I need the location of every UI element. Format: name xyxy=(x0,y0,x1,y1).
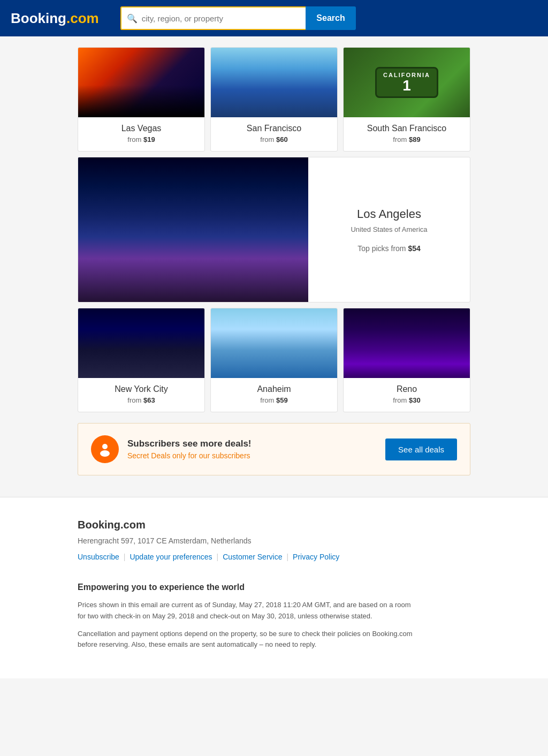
city-grid-top: Las Vegas from $19 San Francisco from $6… xyxy=(78,47,470,152)
price-value: $19 xyxy=(143,135,155,143)
deals-icon xyxy=(91,435,119,463)
city-card-los-angeles[interactable]: Los Angeles United States of America Top… xyxy=(78,157,470,303)
city-image-california: CALIFORNIA 1 xyxy=(344,48,470,117)
city-image-los-angeles xyxy=(78,157,308,302)
person-icon xyxy=(97,442,112,457)
city-country-los-angeles: United States of America xyxy=(351,225,427,233)
main-content: Las Vegas from $19 San Francisco from $6… xyxy=(0,36,548,497)
search-input[interactable] xyxy=(142,14,301,23)
price-value: $63 xyxy=(143,396,155,404)
city-info-reno: Reno from $30 xyxy=(344,378,470,412)
price-prefix: from xyxy=(127,135,141,143)
city-card-anaheim[interactable]: Anaheim from $59 xyxy=(210,308,338,412)
city-price-los-angeles: Top picks from $54 xyxy=(357,244,421,253)
footer-link-sep-1: | xyxy=(124,553,126,561)
footer: Booking.com Herengracht 597, 1017 CE Ams… xyxy=(0,497,548,678)
city-price-san-francisco: from $60 xyxy=(216,135,332,143)
city-image-san-francisco xyxy=(211,48,337,117)
footer-link-privacy[interactable]: Privacy Policy xyxy=(293,553,339,561)
california-number: 1 xyxy=(383,78,430,93)
footer-disclaimer-1: Prices shown in this email are current a… xyxy=(78,600,420,622)
city-card-south-sf[interactable]: CALIFORNIA 1 South San Francisco from $8… xyxy=(343,47,470,152)
deals-subtitle: Secret Deals only for our subscribers xyxy=(127,451,377,460)
city-name-san-francisco: San Francisco xyxy=(216,124,332,133)
city-name-las-vegas: Las Vegas xyxy=(83,124,199,133)
city-card-new-york[interactable]: New York City from $63 xyxy=(78,308,205,412)
city-card-reno[interactable]: Reno from $30 xyxy=(343,308,470,412)
city-name-reno: Reno xyxy=(349,384,465,394)
city-price-reno: from $30 xyxy=(349,396,465,404)
city-info-nyc: New York City from $63 xyxy=(78,378,204,412)
see-all-deals-button[interactable]: See all deals xyxy=(385,439,457,460)
search-input-wrapper: 🔍 xyxy=(120,6,306,30)
city-image-las-vegas xyxy=(78,48,204,117)
footer-tagline: Empowering you to experience the world xyxy=(78,583,470,592)
footer-link-customer-service[interactable]: Customer Service xyxy=(223,553,282,561)
header: Booking.com 🔍 Search xyxy=(0,0,548,36)
city-info-south-sf: South San Francisco from $89 xyxy=(344,117,470,151)
footer-disclaimer-2: Cancellation and payment options depend … xyxy=(78,629,420,651)
city-name-anaheim: Anaheim xyxy=(216,384,332,394)
price-prefix: from xyxy=(260,135,274,143)
svg-point-1 xyxy=(100,450,110,457)
price-prefix: from xyxy=(260,396,274,404)
city-card-san-francisco[interactable]: San Francisco from $60 xyxy=(210,47,338,152)
city-price-nyc: from $63 xyxy=(83,396,199,404)
city-image-reno xyxy=(344,308,470,378)
price-value: $54 xyxy=(408,244,420,253)
city-image-nyc xyxy=(78,308,204,378)
search-button[interactable]: Search xyxy=(306,6,355,30)
price-prefix: from xyxy=(393,396,407,404)
deals-text: Subscribers see more deals! Secret Deals… xyxy=(127,439,377,460)
la-scene xyxy=(78,157,308,302)
city-info-los-angeles: Los Angeles United States of America Top… xyxy=(308,157,470,302)
city-name-nyc: New York City xyxy=(83,384,199,394)
deals-banner: Subscribers see more deals! Secret Deals… xyxy=(78,423,470,475)
subscriber-icon xyxy=(96,441,113,458)
svg-point-0 xyxy=(102,444,108,449)
price-value: $89 xyxy=(409,135,421,143)
city-info-san-francisco: San Francisco from $60 xyxy=(211,117,337,151)
price-value: $60 xyxy=(276,135,288,143)
deals-title: Subscribers see more deals! xyxy=(127,439,377,449)
search-icon: 🔍 xyxy=(127,13,138,24)
logo-dot: .com xyxy=(66,10,99,26)
city-info-anaheim: Anaheim from $59 xyxy=(211,378,337,412)
city-card-las-vegas[interactable]: Las Vegas from $19 xyxy=(78,47,205,152)
city-price-las-vegas: from $19 xyxy=(83,135,199,143)
logo: Booking.com xyxy=(11,10,99,27)
footer-brand: Booking.com xyxy=(78,519,470,531)
logo-text: Booking xyxy=(11,10,66,26)
city-image-anaheim xyxy=(211,308,337,378)
footer-link-sep-3: | xyxy=(286,553,288,561)
footer-links: Unsubscribe | Update your preferences | … xyxy=(78,553,470,561)
city-info-las-vegas: Las Vegas from $19 xyxy=(78,117,204,151)
footer-link-sep-2: | xyxy=(217,553,219,561)
price-prefix: Top picks from xyxy=(357,244,406,253)
footer-address: Herengracht 597, 1017 CE Amsterdam, Neth… xyxy=(78,536,470,545)
city-name-los-angeles: Los Angeles xyxy=(357,207,421,221)
city-price-south-sf: from $89 xyxy=(349,135,465,143)
city-price-anaheim: from $59 xyxy=(216,396,332,404)
footer-link-preferences[interactable]: Update your preferences xyxy=(130,553,212,561)
california-sign: CALIFORNIA 1 xyxy=(375,67,438,98)
search-bar: 🔍 Search xyxy=(120,6,356,30)
city-name-south-sf: South San Francisco xyxy=(349,124,465,133)
price-prefix: from xyxy=(127,396,141,404)
footer-link-unsubscribe[interactable]: Unsubscribe xyxy=(78,553,119,561)
price-value: $59 xyxy=(276,396,288,404)
price-prefix: from xyxy=(393,135,407,143)
price-value: $30 xyxy=(409,396,421,404)
city-grid-bottom: New York City from $63 Anaheim from $59 … xyxy=(78,308,470,412)
